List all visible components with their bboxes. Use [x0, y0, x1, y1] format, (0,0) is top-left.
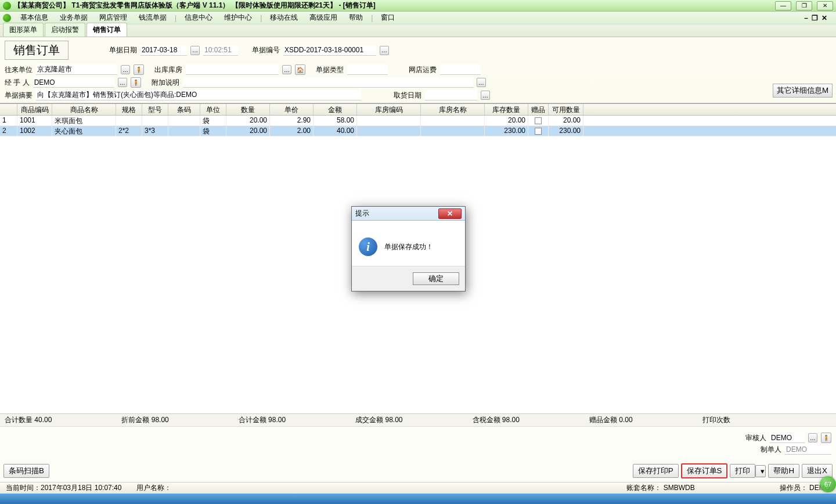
menu-info-center[interactable]: 信息中心	[179, 13, 218, 23]
note-picker-button[interactable]: …	[477, 78, 486, 87]
grid-cell	[421, 116, 485, 125]
app-menu-icon	[3, 14, 11, 22]
menu-advanced[interactable]: 高级应用	[304, 13, 343, 23]
grid-header-cell[interactable]: 数量	[226, 104, 270, 115]
pickup-picker-button[interactable]: …	[481, 91, 490, 100]
number-input[interactable]: XSDD-2017-03-18-00001	[283, 45, 376, 56]
grid-cell: 20.00	[226, 116, 270, 125]
grid-header-cell[interactable]: 型号	[142, 104, 168, 115]
grid-cell[interactable]	[528, 116, 549, 125]
child-restore-button[interactable]: ❐	[812, 14, 818, 22]
maker-label: 制单人	[761, 445, 781, 455]
grid-header-cell[interactable]: 库存数量	[485, 104, 528, 115]
tab-graphic-menu[interactable]: 图形菜单	[3, 23, 44, 37]
grid-cell: 2	[0, 126, 17, 136]
grid-header-cell[interactable]: 库房名称	[421, 104, 485, 115]
grid-cell: 40.00	[314, 126, 357, 136]
gift-checkbox[interactable]	[535, 128, 542, 135]
menu-mobile[interactable]: 移动在线	[264, 13, 304, 23]
shop-type-input[interactable]	[347, 64, 388, 75]
shop-freight-input[interactable]	[440, 64, 481, 75]
note-input[interactable]	[183, 77, 473, 88]
grid-cell: 米琪面包	[52, 116, 116, 125]
grid-cell	[168, 126, 200, 136]
grid-header-cell[interactable]	[0, 104, 17, 115]
approver-input[interactable]: DEMO	[770, 433, 805, 443]
menu-help[interactable]: 帮助	[343, 13, 369, 23]
shop-freight-label: 网店运费	[409, 65, 437, 75]
gift-checkbox[interactable]	[535, 117, 542, 124]
grid-cell: 230.00	[485, 126, 528, 136]
save-and-print-button[interactable]: 保存打印P	[633, 464, 679, 478]
restore-button[interactable]: ❐	[796, 1, 812, 10]
grid-header-cell[interactable]: 规格	[116, 104, 142, 115]
grid-cell: 袋	[200, 116, 226, 125]
grid-cell	[357, 126, 421, 136]
minimize-button[interactable]: —	[775, 1, 791, 10]
dialog-close-button[interactable]: ✕	[438, 208, 462, 219]
menu-business[interactable]: 业务单据	[54, 13, 93, 23]
grid-row[interactable]: 21002夹心面包2*23*3袋20.002.0040.00230.00230.…	[0, 126, 836, 136]
grid-cell: 3*3	[142, 126, 168, 136]
grid-header-cell[interactable]: 条码	[168, 104, 200, 115]
menu-basic-info[interactable]: 基本信息	[15, 13, 54, 23]
tab-sales-order[interactable]: 销售订单	[87, 23, 127, 37]
grid-cell: 20.00	[485, 116, 528, 125]
grid-cell[interactable]	[528, 126, 549, 136]
totals-row: 合计数量 40.00 折前金额 98.00 合计金额 98.00 成交金额 98…	[0, 413, 836, 426]
handler-input[interactable]: DEMO	[33, 77, 114, 88]
notification-badge[interactable]: 67	[820, 476, 836, 492]
menu-window[interactable]: 窗口	[375, 13, 401, 23]
handler-label: 经 手 人	[5, 78, 30, 88]
approver-info-icon[interactable]: 🧍	[821, 433, 831, 443]
print-button[interactable]: 打印	[730, 464, 755, 478]
grid-header-cell[interactable]: 单价	[270, 104, 314, 115]
handler-picker-button[interactable]: …	[118, 78, 127, 87]
date-input[interactable]: 2017-03-18	[140, 45, 187, 56]
message-dialog: 提示 ✕ i 单据保存成功！ 确定	[351, 206, 466, 291]
total-amount-label: 合计金额	[239, 416, 266, 424]
warehouse-out-input[interactable]	[186, 64, 279, 75]
grid-header-cell[interactable]: 单位	[200, 104, 226, 115]
tab-start-alarm[interactable]: 启动报警	[45, 23, 85, 37]
help-button[interactable]: 帮助H	[768, 464, 799, 478]
customer-picker-button[interactable]: …	[121, 65, 130, 74]
total-pre-label: 折前金额	[121, 416, 149, 424]
summary-input[interactable]: 向【京克隆超市】销售预订(夹心面包)等商品:DEMO	[36, 90, 361, 100]
number-picker-button[interactable]: …	[380, 46, 389, 55]
status-oper-label: 操作员：	[780, 484, 808, 492]
grid-row[interactable]: 11001米琪面包袋20.002.9058.0020.0020.00	[0, 116, 836, 126]
barcode-scan-button[interactable]: 条码扫描B	[3, 464, 49, 478]
warehouse-out-picker-button[interactable]: …	[282, 65, 291, 74]
date-picker-button[interactable]: …	[190, 46, 200, 55]
grid-header-cell[interactable]: 赠品	[528, 104, 549, 115]
warehouse-info-icon[interactable]: 🏠	[295, 64, 305, 75]
customer-input[interactable]: 京克隆超市	[36, 64, 117, 75]
handler-info-icon[interactable]: 🧍	[131, 77, 141, 88]
other-detail-button[interactable]: 其它详细信息M	[773, 84, 833, 98]
child-close-button[interactable]: ✕	[821, 14, 827, 22]
grid-cell: 夹心面包	[52, 126, 116, 136]
grid-header-cell[interactable]: 商品编码	[17, 104, 52, 115]
status-time-label: 当前时间：	[6, 484, 41, 492]
menu-cash-flow[interactable]: 钱流单据	[133, 13, 172, 23]
total-pre-value: 98.00	[152, 416, 169, 424]
pickup-input[interactable]	[425, 90, 477, 100]
customer-info-icon[interactable]: 🧍	[134, 64, 144, 75]
grid-cell	[116, 116, 142, 125]
child-minimize-button[interactable]: –	[804, 14, 808, 22]
menu-maintenance[interactable]: 维护中心	[218, 13, 258, 23]
print-dropdown-button[interactable]: ▾	[755, 465, 766, 477]
grid-header-cell[interactable]: 可用数量	[549, 104, 583, 115]
grid-header-cell[interactable]: 金额	[314, 104, 357, 115]
close-button[interactable]: ✕	[817, 1, 833, 10]
menu-shop-mgmt[interactable]: 网店管理	[93, 13, 133, 23]
save-order-button[interactable]: 保存订单S	[681, 463, 728, 478]
document-tabs: 图形菜单 启动报警 销售订单	[0, 24, 836, 37]
grid-header-cell[interactable]: 商品名称	[52, 104, 116, 115]
approver-picker-button[interactable]: …	[808, 433, 817, 442]
items-grid: 商品编码商品名称规格型号条码单位数量单价金额库房编码库房名称库存数量赠品可用数量…	[0, 103, 836, 136]
dialog-ok-button[interactable]: 确定	[413, 272, 459, 285]
grid-cell	[142, 116, 168, 125]
grid-header-cell[interactable]: 库房编码	[357, 104, 421, 115]
